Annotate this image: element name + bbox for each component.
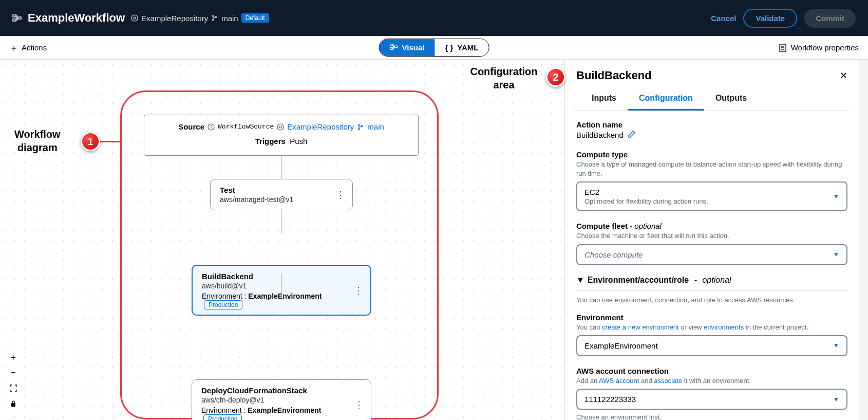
triggers-label: Triggers [255, 137, 286, 145]
build-sub: aws/build@v1 [202, 282, 345, 290]
source-repo-link[interactable]: ExampleRepository [287, 122, 354, 131]
compute-type-sub: Optimized for flexibility during action … [584, 197, 708, 205]
visual-toggle[interactable]: Visual [380, 39, 435, 56]
svg-point-21 [358, 128, 360, 130]
tab-inputs[interactable]: Inputs [580, 87, 628, 111]
env-name: ExampleEnvironment [248, 292, 322, 300]
code-icon: { } [445, 43, 453, 52]
actions-button[interactable]: ＋ Actions [9, 42, 47, 54]
compute-fleet-select[interactable]: Choose compute ▼ [576, 244, 847, 265]
build-env-line: Environment : ExampleEnvironment Product… [202, 292, 345, 308]
deploy-node[interactable]: DeployCloudFormationStack aws/cfn-deploy… [192, 379, 371, 420]
deploy-env-line: Environment : ExampleEnvironment Product… [201, 406, 345, 420]
caret-down-icon: ▼ [833, 342, 839, 349]
kebab-icon[interactable]: ⋮ [336, 189, 345, 200]
test-title: Test [220, 186, 327, 194]
zoom-in-button[interactable]: ＋ [6, 350, 21, 364]
branch-icon [357, 123, 364, 131]
panel-title: BuildBackend [576, 69, 652, 82]
canvas-area[interactable]: Workflow diagram 1 Configuration area 2 … [0, 60, 564, 420]
action-name-field: Action name BuildBackend [576, 120, 847, 140]
validate-button[interactable]: Validate [743, 9, 797, 28]
svg-point-5 [213, 15, 214, 17]
repo-info: ExampleRepository main Default [131, 13, 269, 23]
svg-point-20 [358, 124, 360, 125]
compute-fleet-label: Compute fleet - optional [576, 222, 847, 230]
workflow-diagram-label: Workflow diagram [14, 127, 61, 154]
yaml-toggle[interactable]: { } YAML [435, 39, 488, 56]
yaml-label: YAML [457, 43, 478, 52]
aws-connection-value: 111122223333 [584, 395, 636, 404]
visual-icon [390, 43, 398, 52]
actions-label: Actions [22, 43, 47, 52]
tab-configuration[interactable]: Configuration [628, 87, 704, 111]
callout-1: 1 [81, 132, 100, 151]
commit-button: Commit [804, 9, 856, 28]
buildbackend-node[interactable]: BuildBackend aws/build@v1 Environment : … [192, 265, 371, 316]
scrollbar[interactable] [859, 60, 868, 420]
source-label: Source [178, 122, 204, 131]
action-name-label: Action name [576, 120, 847, 129]
compute-type-desc: Choose a type of managed compute to bala… [576, 160, 847, 178]
compute-type-select[interactable]: EC2 Optimized for flexibility during act… [576, 181, 847, 211]
environment-select[interactable]: ExampleEnvironment ▼ [576, 335, 847, 356]
header: ExampleWorkflow ExampleRepository main D… [0, 0, 868, 36]
svg-rect-1 [13, 19, 16, 21]
repo-icon [277, 123, 284, 131]
header-left: ExampleWorkflow ExampleRepository main D… [12, 11, 269, 25]
tab-outputs[interactable]: Outputs [704, 87, 758, 111]
svg-point-18 [277, 124, 284, 130]
env-label: Environment : [202, 292, 246, 300]
aws-connection-desc: Add an AWS account and associate it with… [576, 376, 847, 386]
svg-point-6 [213, 20, 214, 21]
env-badge: Production [203, 414, 242, 420]
test-node[interactable]: Test aws/managed-test@v1 ⋮ [210, 179, 353, 210]
visual-label: Visual [402, 43, 425, 52]
compute-fleet-desc: Choose the machine or fleet that will ru… [576, 231, 847, 241]
fullscreen-button[interactable] [6, 381, 21, 395]
config-panel: BuildBackend ✕ Inputs Configuration Outp… [564, 60, 859, 420]
kebab-icon[interactable]: ⋮ [354, 285, 363, 296]
svg-point-17 [211, 125, 212, 125]
workflow-title: ExampleWorkflow [28, 11, 125, 25]
environment-desc: You can create a new environment or view… [576, 323, 847, 332]
env-section-header[interactable]: ▼ Environment/account/role - optional [576, 276, 847, 290]
info-icon [207, 123, 215, 131]
aws-connection-field: AWS account connection Add an AWS accoun… [576, 367, 847, 420]
lock-button[interactable] [6, 396, 21, 411]
zoom-out-button[interactable]: − [6, 366, 21, 380]
connector [281, 156, 281, 179]
edit-icon[interactable] [628, 130, 636, 140]
deploy-title: DeployCloudFormationStack [201, 386, 345, 395]
workflow-source: WorkflowSource [218, 123, 274, 131]
kebab-icon[interactable]: ⋮ [354, 399, 364, 410]
branch-name: main [221, 14, 238, 23]
svg-rect-23 [11, 403, 15, 407]
panel-body: Action name BuildBackend Compute type Ch… [565, 111, 859, 420]
view-envs-link[interactable]: environments [704, 323, 744, 331]
cancel-button[interactable]: Cancel [711, 14, 736, 23]
svg-rect-9 [390, 48, 392, 50]
source-branch-link[interactable]: main [367, 122, 384, 131]
close-icon[interactable]: ✕ [840, 70, 847, 81]
plus-icon: ＋ [9, 42, 18, 54]
compute-fleet-field: Compute fleet - optional Choose the mach… [576, 222, 847, 265]
env-label: Environment : [201, 406, 246, 414]
environment-label: Environment [576, 313, 847, 322]
configuration-area-label: Configuration area [460, 65, 548, 92]
env-badge: Production [204, 300, 242, 309]
workflow-properties-button[interactable]: Workflow properties [779, 43, 859, 52]
aws-account-link[interactable]: AWS account [599, 377, 639, 385]
compute-type-value: EC2 [584, 188, 708, 196]
workflow-properties-label: Workflow properties [791, 43, 859, 52]
env-name: ExampleEnvironment [248, 406, 321, 414]
callout-2: 2 [546, 67, 565, 87]
triggers-value: Push [290, 137, 307, 145]
aws-connection-select[interactable]: 111122223333 ▼ [576, 389, 847, 410]
associate-link[interactable]: associate [654, 377, 682, 385]
create-env-link[interactable]: create a new environment [602, 323, 679, 331]
source-node[interactable]: Source WorkflowSource ExampleRepository … [144, 115, 419, 156]
caret-down-icon: ▼ [833, 396, 839, 403]
compute-fleet-placeholder: Choose compute [584, 250, 643, 259]
env-section-desc: You can use environment, connection, and… [576, 296, 847, 305]
